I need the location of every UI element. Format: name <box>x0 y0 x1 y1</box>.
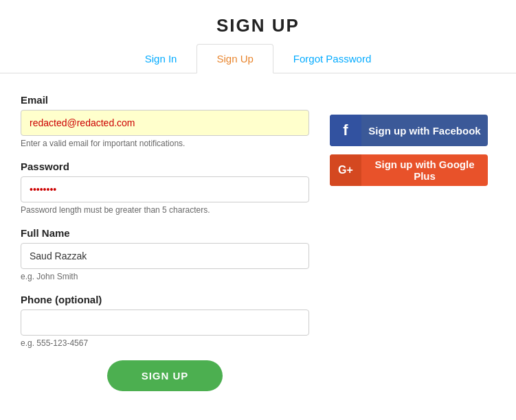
password-group: Password Password length must be greater… <box>21 161 309 215</box>
email-label: Email <box>21 94 309 106</box>
password-input[interactable] <box>21 176 309 202</box>
tabs-container: Sign In Sign Up Forgot Password <box>0 43 516 73</box>
tab-sign-in[interactable]: Sign In <box>125 44 197 73</box>
email-group: Email Enter a valid email for important … <box>21 94 309 148</box>
email-hint: Enter a valid email for important notifi… <box>21 139 309 148</box>
password-hint: Password length must be greater than 5 c… <box>21 205 309 215</box>
facebook-icon: f <box>330 115 361 146</box>
password-label: Password <box>21 161 309 172</box>
fullname-hint: e.g. John Smith <box>21 272 309 281</box>
tab-forgot-password[interactable]: Forgot Password <box>273 44 391 73</box>
google-icon: G+ <box>330 154 361 186</box>
fullname-group: Full Name e.g. John Smith <box>21 227 309 281</box>
page-title: SIGN UP <box>0 0 516 43</box>
fullname-input[interactable] <box>21 243 309 269</box>
main-content: Email Enter a valid email for important … <box>0 73 516 405</box>
phone-group: Phone (optional) e.g. 555-123-4567 <box>21 294 309 348</box>
facebook-signup-button[interactable]: f Sign up with Facebook <box>330 115 488 146</box>
phone-hint: e.g. 555-123-4567 <box>21 338 309 348</box>
phone-label: Phone (optional) <box>21 294 309 305</box>
tab-sign-up[interactable]: Sign Up <box>197 44 273 73</box>
page-container: SIGN UP Sign In Sign Up Forgot Password … <box>0 0 516 420</box>
email-input[interactable] <box>21 110 309 136</box>
right-panel: f Sign up with Facebook G+ Sign up with … <box>309 94 488 391</box>
signup-button[interactable]: SIGN UP <box>107 360 223 391</box>
google-signup-button[interactable]: G+ Sign up with Google Plus <box>330 154 488 186</box>
facebook-signup-label: Sign up with Facebook <box>361 125 488 137</box>
left-panel: Email Enter a valid email for important … <box>21 94 309 391</box>
fullname-label: Full Name <box>21 227 309 239</box>
phone-input[interactable] <box>21 310 309 336</box>
google-signup-label: Sign up with Google Plus <box>361 159 488 182</box>
